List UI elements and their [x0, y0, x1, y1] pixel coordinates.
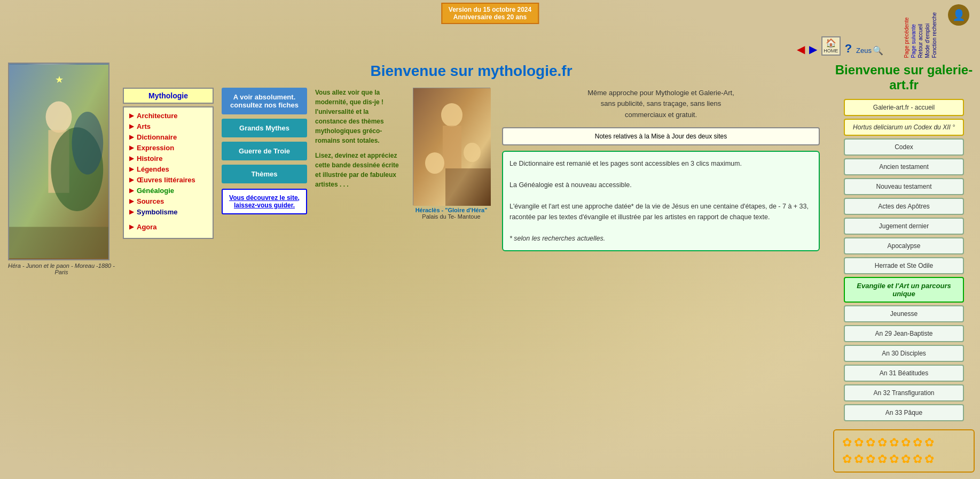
star-icon: ✿ — [901, 452, 911, 466]
update-notes-button[interactable]: Notes relatives à la Mise à Jour des deu… — [502, 127, 820, 145]
menu-item-symbolisme[interactable]: ▶ Symbolisme — [129, 208, 207, 216]
evangile-art-button[interactable]: Evangile et l'Art un parcours unique — [844, 277, 964, 303]
star-icon: ✿ — [842, 452, 852, 466]
description-para2: Lisez, devinez et appréciez cette bande … — [315, 151, 401, 189]
star-icon: ✿ — [842, 436, 852, 450]
grands-mythes-button[interactable]: Grands Mythes — [222, 119, 307, 137]
arrow-icon: ▶ — [129, 122, 134, 130]
guide-button[interactable]: Vous découvrez le site, laissez-vous gui… — [222, 189, 307, 214]
menu-item-genealogie[interactable]: ▶ Généalogie — [129, 187, 207, 195]
version-line2: Anniversaire des 20 ans — [449, 13, 531, 21]
version-box[interactable]: Version du 15 octobre 2024 Anniversaire … — [441, 3, 539, 24]
middle-buttons-area: A voir absolument.consultez nos fiches G… — [222, 88, 307, 251]
menu-item-agora[interactable]: ▶ Agora — [129, 220, 207, 231]
an30-button[interactable]: An 30 Disciples — [844, 345, 964, 362]
an32-button[interactable]: An 32 Transfiguration — [844, 384, 964, 401]
arrow-icon: ▶ — [129, 187, 134, 194]
top-nav: Version du 15 octobre 2024 Anniversaire … — [0, 0, 980, 60]
sources-link[interactable]: Sources — [137, 197, 164, 205]
svg-rect-6 — [9, 227, 108, 258]
mythologie-header: Mythologie — [123, 88, 214, 104]
zeus-link[interactable]: Zeus 🔍 — [856, 45, 883, 56]
small-painting-image — [413, 88, 490, 205]
fonction-recherche-link[interactable]: Fonction recherche — [931, 12, 937, 58]
an29-button[interactable]: An 29 Jean-Baptiste — [844, 325, 964, 342]
green-info-box: Le Dictionnaire est remanié et les pages… — [502, 151, 820, 251]
left-image-area: ★ Héra - Junon et le paon - Moreau -1880… — [5, 60, 117, 473]
page-suivante-link[interactable]: Page suivante — [911, 12, 916, 58]
oeuvres-link[interactable]: Œuvres littéraires — [137, 176, 195, 184]
star-icon: ✿ — [877, 436, 887, 450]
svg-rect-12 — [445, 168, 491, 206]
home-label: HOME — [824, 48, 838, 53]
arrow-icon: ▶ — [129, 208, 134, 215]
jeunesse-button[interactable]: Jeunesse — [844, 305, 964, 322]
star-icon: ✿ — [913, 436, 922, 450]
actes-apotres-button[interactable]: Actes des Apôtres — [844, 198, 964, 215]
main-container: ★ Héra - Junon et le paon - Moreau -1880… — [0, 60, 980, 473]
painting-figure: ★ — [9, 64, 108, 259]
avatar-icon[interactable]: 👤 — [948, 4, 969, 26]
home-button[interactable]: 🏠 HOME — [821, 36, 841, 56]
prev-arrow-icon[interactable]: ◀ — [797, 43, 805, 56]
arts-link[interactable]: Arts — [137, 122, 151, 130]
architecture-link[interactable]: Architecture — [137, 112, 178, 120]
star-icon: ✿ — [866, 436, 875, 450]
mode-emploi-link[interactable]: Mode d'emploi — [924, 12, 930, 58]
menu-item-legendes[interactable]: ▶ Légendes — [129, 165, 207, 173]
menu-item-dictionnaire[interactable]: ▶ Dictionnaire — [129, 133, 207, 141]
themes-button[interactable]: Thèmes — [222, 165, 307, 183]
nouveau-testament-button[interactable]: Nouveau testament — [844, 178, 964, 195]
star-icon: ✿ — [913, 452, 922, 466]
page-precedente-link[interactable]: Page précédente — [904, 12, 910, 58]
center-content: Mythologie ▶ Architecture ▶ Arts ▶ Dicti… — [123, 88, 820, 251]
retour-accueil-link[interactable]: Retour accueil — [918, 12, 923, 58]
small-painting-area: Héraclès - "Gloire d'Héra" Palais du Te-… — [409, 88, 494, 251]
an31-button[interactable]: An 31 Béatitudes — [844, 365, 964, 382]
jugement-dernier-button[interactable]: Jugement dernier — [844, 218, 964, 235]
rotated-nav-labels: Page précédente Page suivante Retour acc… — [904, 10, 937, 56]
herrade-button[interactable]: Herrade et Ste Odile — [844, 257, 964, 274]
right-info-area: Même approche pour Mythologie et Galerie… — [502, 88, 820, 251]
star-icon: ✿ — [854, 436, 864, 450]
an33-button[interactable]: An 33 Pâque — [844, 404, 964, 421]
svg-point-11 — [464, 143, 481, 162]
next-arrow-icon[interactable]: ▶ — [809, 43, 817, 56]
menu-item-histoire[interactable]: ▶ Histoire — [129, 154, 207, 163]
apocalypse-button[interactable]: Apocalypse — [844, 237, 964, 254]
menu-item-sources[interactable]: ▶ Sources — [129, 197, 207, 205]
svg-rect-9 — [443, 126, 461, 168]
dictionnaire-link[interactable]: Dictionnaire — [137, 133, 177, 141]
galerie-accueil-button[interactable]: Galerie-art.fr - accueil — [844, 99, 964, 116]
version-line1: Version du 15 octobre 2024 — [449, 6, 531, 13]
help-icon[interactable]: ? — [845, 42, 852, 56]
menu-item-architecture[interactable]: ▶ Architecture — [129, 112, 207, 120]
small-painting-sublabel: Palais du Te- Mantoue — [409, 213, 494, 220]
symbolisme-link[interactable]: Symbolisme — [137, 208, 178, 216]
guerre-troie-button[interactable]: Guerre de Troie — [222, 142, 307, 160]
voir-absolument-button[interactable]: A voir absolument.consultez nos fiches — [222, 88, 307, 114]
histoire-link[interactable]: Histoire — [137, 154, 162, 163]
menu-item-oeuvres[interactable]: ▶ Œuvres littéraires — [129, 176, 207, 184]
stars-row-2: ✿ ✿ ✿ ✿ ✿ ✿ ✿ ✿ — [842, 452, 966, 466]
genealogie-link[interactable]: Généalogie — [137, 187, 174, 195]
agora-link[interactable]: Agora — [137, 223, 157, 231]
menu-item-arts[interactable]: ▶ Arts — [129, 122, 207, 130]
stars-row-1: ✿ ✿ ✿ ✿ ✿ ✿ ✿ ✿ — [842, 436, 966, 450]
expression-link[interactable]: Expression — [137, 144, 174, 152]
menu-item-expression[interactable]: ▶ Expression — [129, 144, 207, 152]
svg-point-4 — [72, 112, 103, 174]
green-box-line1: Le Dictionnaire est remanié et les pages… — [509, 158, 812, 169]
right-galerie-area: Bienvenue sur galerie-art.fr Galerie-art… — [825, 60, 975, 473]
legendes-link[interactable]: Légendes — [137, 165, 169, 173]
codex-button[interactable]: Codex — [844, 138, 964, 156]
arrow-icon: ▶ — [129, 223, 134, 230]
small-painting-label: Héraclès - "Gloire d'Héra" — [409, 207, 494, 213]
hortus-button[interactable]: Hortus deliciarum un Codex du XII ° — [844, 119, 964, 136]
ancien-testament-button[interactable]: Ancien testament — [844, 158, 964, 175]
star-icon: ✿ — [924, 452, 934, 466]
arrow-icon: ▶ — [129, 133, 134, 141]
svg-point-8 — [441, 103, 462, 127]
star-icon: ✿ — [854, 452, 864, 466]
star-icon: ✿ — [901, 436, 911, 450]
